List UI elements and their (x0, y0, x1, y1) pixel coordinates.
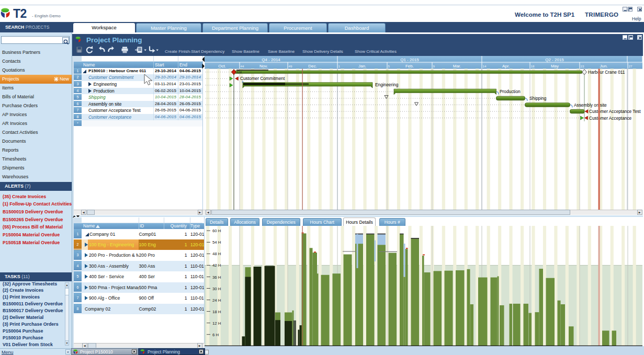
svg-text:24 H: 24 H (212, 298, 221, 303)
svg-text:Apr.: Apr. (502, 64, 510, 68)
svg-text:Jun.: Jun. (600, 64, 607, 68)
svg-text:Customer Commitment: Customer Commitment (240, 76, 285, 81)
svg-text:49: 49 (289, 64, 292, 68)
svg-text:Harbour Crane 011: Harbour Crane 011 (588, 70, 625, 75)
svg-text:54 H: 54 H (212, 240, 221, 245)
svg-text:Q2 - 2015: Q2 - 2015 (545, 58, 564, 62)
svg-text:14: 14 (483, 64, 487, 68)
svg-text:Dec.: Dec. (308, 64, 317, 68)
svg-text:48 H: 48 H (212, 251, 221, 256)
svg-text:27: 27 (629, 64, 632, 68)
svg-text:Q4 - 2014: Q4 - 2014 (262, 58, 280, 62)
svg-text:23: 23 (581, 64, 584, 68)
svg-text:Customer Acceptance: Customer Acceptance (589, 116, 632, 121)
svg-text:5: 5 (388, 64, 390, 68)
svg-text:Production: Production (500, 89, 521, 94)
svg-text:30 H: 30 H (212, 287, 221, 291)
svg-text:Oct.: Oct. (218, 64, 226, 68)
svg-text:Assembly on site: Assembly on site (574, 102, 607, 108)
svg-text:Feb.: Feb. (405, 64, 414, 68)
svg-text:42 H: 42 H (212, 263, 221, 268)
svg-text:44: 44 (241, 64, 244, 68)
svg-text:Customer Acceptance Test: Customer Acceptance Test (589, 109, 641, 114)
svg-text:18: 18 (531, 64, 535, 68)
svg-text:Q1 - 2015: Q1 - 2015 (400, 58, 419, 62)
svg-text:12 H: 12 H (212, 321, 221, 326)
svg-text:1: 1 (338, 64, 341, 68)
svg-text:Mar.: Mar. (453, 64, 461, 68)
svg-text:36 H: 36 H (212, 275, 221, 280)
svg-text:60 H: 60 H (212, 228, 221, 233)
svg-text:Cu: Cu (237, 70, 242, 74)
svg-text:Nov.: Nov. (259, 64, 268, 68)
svg-text:9: 9 (433, 64, 435, 68)
svg-text:Engineering: Engineering (375, 82, 399, 87)
svg-text:18 H: 18 H (212, 310, 221, 314)
svg-text:Shipping: Shipping (529, 96, 547, 101)
svg-text:6 H: 6 H (212, 333, 219, 337)
svg-text:Jan.: Jan. (358, 64, 366, 68)
svg-text:May: May (551, 64, 559, 68)
